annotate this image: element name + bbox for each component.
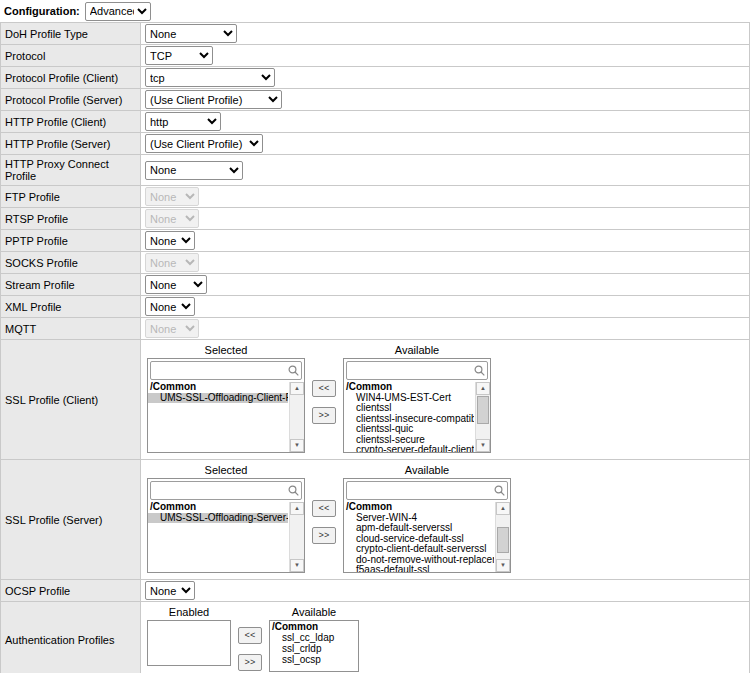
scrollbar[interactable]: ▲ ▼ [495,502,510,572]
row-http-profile-client: HTTP Profile (Client) http [1,111,749,133]
http-profile-server-field: (Use Client Profile) [141,133,749,154]
list-item[interactable]: clientssl-quic [344,424,474,435]
http-profile-client-field: http [141,111,749,132]
scroll-down-icon[interactable]: ▼ [290,559,304,572]
row-ssl-profile-server: SSL Profile (Server) Selected /Common UM… [1,460,749,580]
ssl-client-available-search-input[interactable] [346,361,488,380]
rtsp-profile-select: None [145,209,199,228]
move-to-selected-button[interactable]: << [312,500,336,517]
list-group-common: /Common [344,382,474,393]
socks-profile-label: SOCKS Profile [1,252,141,273]
configuration-bar: Configuration: Advanced [0,0,750,22]
scrollbar[interactable]: ▲ ▼ [289,502,304,572]
stream-profile-field: None [141,274,749,295]
doh-profile-type-field: None [141,23,749,44]
list-item[interactable]: WIN4-UMS-EST-Cert [344,393,474,404]
row-authentication-profiles: Authentication Profiles Enabled << >> Av… [1,602,749,673]
scroll-down-icon[interactable]: ▼ [290,439,304,452]
pptp-profile-select[interactable]: None [145,231,195,250]
scroll-track[interactable] [290,395,304,439]
ocsp-profile-select[interactable]: None [145,581,195,600]
ssl-client-selected-search-input[interactable] [150,361,302,380]
ssl-profile-server-label: SSL Profile (Server) [1,460,141,579]
scroll-up-icon[interactable]: ▲ [290,382,304,395]
move-to-available-button[interactable]: >> [312,527,336,544]
ssl-server-available-search-input[interactable] [346,481,508,500]
protocol-profile-server-select[interactable]: (Use Client Profile) [145,90,282,109]
ssl-server-move-buttons: << >> [312,500,336,544]
list-item[interactable]: crypto-client-default-serverssl [344,544,494,555]
list-item[interactable]: Server-WIN-4 [344,513,494,524]
scroll-up-icon[interactable]: ▲ [290,502,304,515]
list-group-common: /Common [148,382,288,393]
protocol-field: TCP [141,45,749,66]
protocol-profile-client-select[interactable]: tcp [145,68,275,87]
xml-profile-select[interactable]: None [145,297,195,316]
scroll-thumb[interactable] [497,527,509,553]
search-icon [473,363,486,381]
mqtt-select: None [145,319,199,338]
ssl-server-selected-search-input[interactable] [150,481,302,500]
list-item[interactable]: cloud-service-default-ssl [344,534,494,545]
ssl-server-selected-box: /Common UMS-SSL-Offloading-Server-Profil… [147,478,305,573]
scroll-up-icon[interactable]: ▲ [476,382,490,395]
doh-profile-type-select[interactable]: None [145,24,237,43]
list-item[interactable]: ssl_ocsp [270,654,358,665]
list-item[interactable]: clientssl-insecure-compatible [344,414,474,425]
http-profile-server-select[interactable]: (Use Client Profile) [145,134,263,153]
move-to-available-button[interactable]: >> [238,654,262,671]
ssl-server-selected-list[interactable]: /Common UMS-SSL-Offloading-Server-Profil… [148,502,304,572]
ssl-client-selected-list[interactable]: /Common UMS-SSL-Offloading-Client-Profil… [148,382,304,452]
scroll-thumb[interactable] [477,396,489,424]
scroll-track[interactable] [476,395,490,439]
xml-profile-label: XML Profile [1,296,141,317]
ssl-server-available-box: /Common Server-WIN-4 apm-default-servers… [343,478,511,573]
list-item-selected[interactable]: UMS-SSL-Offloading-Client-Profile [148,393,288,404]
row-doh-profile-type: DoH Profile Type None [1,23,749,45]
list-item[interactable]: ssl_crldp [270,643,358,654]
move-to-selected-button[interactable]: << [312,380,336,397]
ftp-profile-label: FTP Profile [1,186,141,207]
scrollbar[interactable]: ▲ ▼ [289,382,304,452]
list-item[interactable]: do-not-remove-without-replacement [344,555,494,566]
list-item[interactable]: clientssl [344,403,474,414]
list-item[interactable]: ssl_cc_ldap [270,632,358,643]
row-mqtt: MQTT None [1,318,749,340]
ssl-client-available-list[interactable]: /Common WIN4-UMS-EST-Cert clientssl clie… [344,382,490,452]
http-proxy-connect-profile-field: None [141,155,749,185]
configuration-select[interactable]: Advanced [85,2,151,21]
list-item-selected[interactable]: UMS-SSL-Offloading-Server-Profile [148,513,288,524]
ssl-profile-server-field: Selected /Common UMS-SSL-Offloading-Serv… [141,460,749,579]
auth-available-list[interactable]: /Common ssl_cc_ldap ssl_crldp ssl_ocsp [269,620,359,672]
ssl-server-available-list[interactable]: /Common Server-WIN-4 apm-default-servers… [344,502,510,572]
search-icon [287,483,300,501]
http-profile-client-label: HTTP Profile (Client) [1,111,141,132]
auth-move-buttons: << >> [238,627,262,671]
http-profile-client-select[interactable]: http [145,112,221,131]
ssl-client-available-box: /Common WIN4-UMS-EST-Cert clientssl clie… [343,358,491,453]
row-rtsp-profile: RTSP Profile None [1,208,749,230]
list-item[interactable]: apm-default-serverssl [344,523,494,534]
list-item[interactable]: f5aas-default-ssl [344,565,494,572]
protocol-select[interactable]: TCP [145,46,213,65]
stream-profile-label: Stream Profile [1,274,141,295]
list-item[interactable]: clientssl-secure [344,435,474,446]
auth-enabled-list[interactable] [147,620,231,666]
scroll-down-icon[interactable]: ▼ [476,439,490,452]
row-pptp-profile: PPTP Profile None [1,230,749,252]
scroll-track[interactable] [496,515,510,559]
http-proxy-connect-profile-select[interactable]: None [145,161,243,180]
protocol-profile-server-label: Protocol Profile (Server) [1,89,141,110]
scroll-down-icon[interactable]: ▼ [496,559,510,572]
move-to-available-button[interactable]: >> [312,407,336,424]
scrollbar[interactable]: ▲ ▼ [475,382,490,452]
move-to-enabled-button[interactable]: << [238,627,262,644]
ftp-profile-field: None [141,186,749,207]
ssl-profile-client-field: Selected /Common UMS-SSL-Offloading-Clie… [141,340,749,459]
scroll-up-icon[interactable]: ▲ [496,502,510,515]
scroll-track[interactable] [290,515,304,559]
list-item[interactable]: crypto-server-default-clientssl [344,445,474,452]
stream-profile-select[interactable]: None [145,275,207,294]
list-group-common: /Common [270,621,358,632]
mqtt-label: MQTT [1,318,141,339]
